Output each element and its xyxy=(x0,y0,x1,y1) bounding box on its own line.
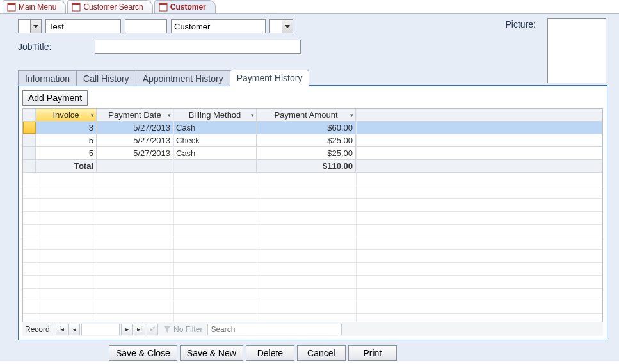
row-selector[interactable] xyxy=(23,147,36,159)
detail-tabs-section: Information Call History Appointment His… xyxy=(0,69,619,340)
col-header-payment-date[interactable]: Payment Date▾ xyxy=(97,109,173,121)
col-header-blank xyxy=(356,109,602,121)
cell-date[interactable]: 5/27/2013 xyxy=(97,134,173,146)
nav-new-button[interactable]: ▸* xyxy=(147,324,158,335)
save-new-button[interactable]: Save & New xyxy=(180,345,243,361)
cell-method[interactable]: Cash xyxy=(173,147,257,159)
jobtitle-label: JobTitle: xyxy=(18,42,95,52)
total-row: Total $110.00 xyxy=(23,160,602,173)
total-amount: $110.00 xyxy=(257,160,356,172)
customer-form-header: JobTitle: Picture: xyxy=(0,14,619,69)
table-row[interactable]: 5 5/27/2013 Cash $25.00 xyxy=(23,147,602,160)
picture-label: Picture: xyxy=(506,19,536,29)
filter-icon xyxy=(163,326,171,333)
cell-method[interactable]: Cash xyxy=(173,122,257,134)
cell-invoice[interactable]: 5 xyxy=(36,134,97,146)
last-name-input[interactable] xyxy=(171,19,266,33)
prefix-combo[interactable] xyxy=(18,19,42,33)
jobtitle-input[interactable] xyxy=(95,40,301,54)
svg-rect-3 xyxy=(72,3,80,5)
chevron-down-icon[interactable]: ▾ xyxy=(168,112,171,118)
doc-tab-label: Customer xyxy=(170,3,206,12)
form-footer: Save & Close Save & New Delete Cancel Pr… xyxy=(0,340,619,361)
grid-background xyxy=(23,173,602,325)
doc-tab-main-menu[interactable]: Main Menu xyxy=(3,0,66,13)
prefix-input[interactable] xyxy=(19,20,30,33)
cell-method[interactable]: Check xyxy=(173,134,257,146)
datasheet-header: Invoice▾ Payment Date▾ Billing Method▾ P… xyxy=(23,109,602,122)
record-number-input[interactable] xyxy=(81,324,120,335)
select-all-cell[interactable] xyxy=(23,109,36,121)
tab-payment-history[interactable]: Payment History xyxy=(230,70,310,86)
first-name-input[interactable] xyxy=(45,19,121,33)
record-navigator: Record: I◂ ◂ ▸ ▸I ▸* No Filter xyxy=(22,322,603,336)
picture-box[interactable] xyxy=(547,18,606,83)
tab-label: Appointment History xyxy=(143,74,223,84)
suffix-input[interactable] xyxy=(270,20,282,33)
row-selector[interactable] xyxy=(23,122,36,134)
document-tab-bar: Main Menu Customer Search Customer xyxy=(0,0,619,14)
nav-next-button[interactable]: ▸ xyxy=(121,324,133,335)
doc-tab-label: Main Menu xyxy=(19,3,56,12)
cancel-button[interactable]: Cancel xyxy=(297,345,346,361)
add-payment-button[interactable]: Add Payment xyxy=(22,90,88,106)
cell-amount[interactable]: $60.00 xyxy=(257,122,356,134)
form-icon xyxy=(7,3,16,12)
doc-tab-customer-search[interactable]: Customer Search xyxy=(67,0,152,13)
tab-label: Call History xyxy=(83,74,129,84)
cell-date[interactable]: 5/27/2013 xyxy=(97,147,173,159)
svg-rect-1 xyxy=(8,3,15,5)
tab-information[interactable]: Information xyxy=(18,70,77,86)
delete-button[interactable]: Delete xyxy=(246,345,294,361)
print-button[interactable]: Print xyxy=(348,345,397,361)
chevron-down-icon[interactable]: ▾ xyxy=(350,112,353,118)
cell-invoice[interactable]: 3 xyxy=(36,122,97,134)
no-filter-indicator: No Filter xyxy=(163,325,202,334)
nav-last-button[interactable]: ▸I xyxy=(134,324,145,335)
cell-date[interactable]: 5/27/2013 xyxy=(97,122,173,134)
suffix-combo[interactable] xyxy=(269,19,293,33)
row-selector xyxy=(23,160,36,172)
form-icon xyxy=(72,3,81,12)
dropdown-icon[interactable] xyxy=(30,20,41,33)
nav-prev-button[interactable]: ◂ xyxy=(68,324,80,335)
dropdown-icon[interactable] xyxy=(282,20,293,33)
payment-datasheet: Invoice▾ Payment Date▾ Billing Method▾ P… xyxy=(22,108,603,326)
chevron-down-icon[interactable]: ▾ xyxy=(251,112,254,118)
nav-first-button[interactable]: I◂ xyxy=(56,324,67,335)
save-close-button[interactable]: Save & Close xyxy=(109,345,177,361)
payment-history-panel: Add Payment Invoice▾ Payment Date▾ Billi… xyxy=(18,86,607,340)
tab-appointment-history[interactable]: Appointment History xyxy=(136,70,230,86)
doc-tab-label: Customer Search xyxy=(83,3,143,12)
form-icon xyxy=(159,3,168,12)
tab-label: Payment History xyxy=(237,73,303,83)
table-row[interactable]: 5 5/27/2013 Check $25.00 xyxy=(23,134,602,147)
record-search-input[interactable] xyxy=(207,324,342,335)
col-header-payment-amount[interactable]: Payment Amount▾ xyxy=(257,109,356,121)
tab-call-history[interactable]: Call History xyxy=(76,70,136,86)
total-label: Total xyxy=(36,160,97,172)
middle-name-input[interactable] xyxy=(125,19,167,33)
chevron-down-icon[interactable]: ▾ xyxy=(91,112,94,118)
cell-invoice[interactable]: 5 xyxy=(36,147,97,159)
svg-rect-5 xyxy=(159,3,167,5)
doc-tab-customer[interactable]: Customer xyxy=(154,0,216,13)
col-header-invoice[interactable]: Invoice▾ xyxy=(36,109,97,121)
row-selector[interactable] xyxy=(23,134,36,146)
cell-amount[interactable]: $25.00 xyxy=(257,147,356,159)
table-row[interactable]: 3 5/27/2013 Cash $60.00 xyxy=(23,122,602,134)
col-header-billing-method[interactable]: Billing Method▾ xyxy=(173,109,257,121)
tab-label: Information xyxy=(25,74,70,84)
record-label: Record: xyxy=(25,325,52,334)
cell-amount[interactable]: $25.00 xyxy=(257,134,356,146)
